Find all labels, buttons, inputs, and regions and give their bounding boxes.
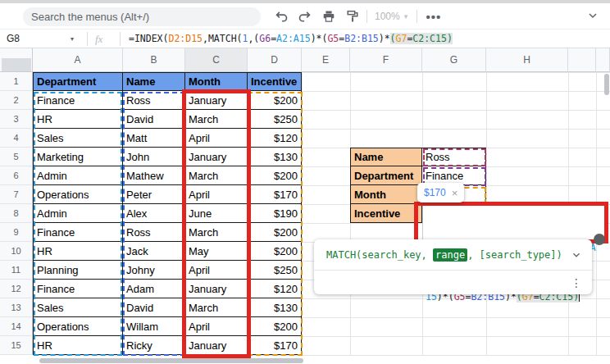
column-header-d[interactable]: D xyxy=(248,48,302,72)
cell-c3[interactable]: March xyxy=(185,110,248,129)
column-header-partial[interactable] xyxy=(596,48,610,72)
cell-a8[interactable]: Admin xyxy=(33,204,123,223)
redo-button[interactable] xyxy=(296,7,314,25)
cell-c8[interactable]: June xyxy=(185,204,248,223)
cell-d1[interactable]: Incentive xyxy=(248,72,302,91)
cell-c9[interactable]: March xyxy=(185,223,248,242)
row-header-12[interactable]: 12 xyxy=(0,280,33,298)
cell-a12[interactable]: Finance xyxy=(33,280,123,298)
cell-b6[interactable]: Mathew xyxy=(123,166,185,185)
cell-d6[interactable]: $200 xyxy=(248,166,302,185)
row-header-11[interactable]: 11 xyxy=(0,261,33,280)
cell-a11[interactable]: Planning xyxy=(33,261,123,280)
cell-a10[interactable]: HR xyxy=(33,242,123,261)
row-header-4[interactable]: 4 xyxy=(0,129,33,148)
cell-c7[interactable]: April xyxy=(185,185,248,204)
cell-d4[interactable]: $120 xyxy=(248,129,302,148)
cell-a3[interactable]: HR xyxy=(33,110,123,129)
cell-a4[interactable]: Sales xyxy=(33,129,123,148)
cell-b2[interactable]: Ross xyxy=(123,91,185,110)
cell-c14[interactable]: April xyxy=(185,317,248,336)
column-header-h[interactable]: H xyxy=(486,48,568,72)
column-header-e[interactable]: E xyxy=(302,48,350,72)
vertical-scrollbar-thumb[interactable] xyxy=(604,74,609,95)
cell-d10[interactable]: $200 xyxy=(248,242,302,261)
cell-a13[interactable]: Sales xyxy=(33,298,123,317)
cell-b8[interactable]: Alex xyxy=(123,204,185,223)
cell-a6[interactable]: Admin xyxy=(33,166,123,185)
cell-c5[interactable]: January xyxy=(185,148,248,166)
cell-d11[interactable]: $250 xyxy=(248,261,302,280)
cell-f6[interactable]: Department xyxy=(350,166,422,185)
cell-c1[interactable]: Month xyxy=(185,72,248,91)
zoom-control[interactable]: 100% ▾ xyxy=(375,7,407,25)
column-header-partial[interactable] xyxy=(568,48,596,72)
cell-b13[interactable]: David xyxy=(123,298,185,317)
cell-a1[interactable]: Department xyxy=(33,72,123,91)
row-header-10[interactable]: 10 xyxy=(0,242,33,261)
menu-search-input[interactable]: Search the menus (Alt+/) xyxy=(23,7,261,26)
cell-c4[interactable]: April xyxy=(185,129,248,148)
cell-b7[interactable]: Peter xyxy=(123,185,185,204)
horizontal-scrollbar-thumb[interactable] xyxy=(39,358,303,363)
cell-b12[interactable]: Adam xyxy=(123,280,185,298)
column-header-f[interactable]: F xyxy=(350,48,422,72)
cell-a5[interactable]: Marketing xyxy=(33,148,123,166)
row-header-2[interactable]: 2 xyxy=(0,91,33,110)
cell-c12[interactable]: January xyxy=(185,280,248,298)
cell-d3[interactable]: $250 xyxy=(248,110,302,129)
cell-d7[interactable]: $170 xyxy=(248,185,302,204)
cell-a14[interactable]: Operations xyxy=(33,317,123,336)
row-header-6[interactable]: 6 xyxy=(0,166,33,185)
row-header-7[interactable]: 7 xyxy=(0,185,33,204)
cell-c2[interactable]: January xyxy=(185,91,248,110)
column-header-a[interactable]: A xyxy=(33,48,123,72)
row-header-3[interactable]: 3 xyxy=(0,110,33,129)
cell-c13[interactable]: March xyxy=(185,298,248,317)
row-header-9[interactable]: 9 xyxy=(0,223,33,242)
more-options-button[interactable]: ••• xyxy=(423,7,444,25)
paint-format-button[interactable] xyxy=(344,7,362,25)
cell-d8[interactable]: $190 xyxy=(248,204,302,223)
cell-a15[interactable]: HR xyxy=(33,336,123,355)
cell-d5[interactable]: $130 xyxy=(248,148,302,166)
cell-c15[interactable]: January xyxy=(185,336,248,355)
cell-a7[interactable]: Operations xyxy=(33,185,123,204)
help-more-options-button[interactable]: ⋮ xyxy=(571,277,582,289)
cell-d9[interactable]: $200 xyxy=(248,223,302,242)
cell-b15[interactable]: Ricky xyxy=(123,336,185,355)
cell-c6[interactable]: March xyxy=(185,166,248,185)
cell-d13[interactable]: $130 xyxy=(248,298,302,317)
cell-b14[interactable]: Willam xyxy=(123,317,185,336)
collapse-toolbar-button[interactable] xyxy=(584,7,602,25)
cell-b3[interactable]: David xyxy=(123,110,185,129)
print-button[interactable] xyxy=(320,7,338,25)
cell-c11[interactable]: April xyxy=(185,261,248,280)
name-box[interactable]: G8 xyxy=(7,30,20,48)
cell-a9[interactable]: Finance xyxy=(33,223,123,242)
cell-b4[interactable]: Matt xyxy=(123,129,185,148)
row-header-14[interactable]: 14 xyxy=(0,317,33,336)
cell-b1[interactable]: Name xyxy=(123,72,185,91)
column-header-b[interactable]: B xyxy=(123,48,185,72)
row-header-1[interactable]: 1 xyxy=(0,72,33,91)
select-all-corner[interactable] xyxy=(0,48,33,72)
cell-editor-g8[interactable]: =INDEX(D2:D15,MATCH(1,(G6=A2:A 15)*(G5=B… xyxy=(422,204,606,241)
cell-d14[interactable]: $200 xyxy=(248,317,302,336)
cell-c10[interactable]: May xyxy=(185,242,248,261)
chip-close-icon[interactable]: × xyxy=(452,187,458,199)
row-header-8[interactable]: 8 xyxy=(0,204,33,223)
formula-input[interactable]: =INDEX(D2:D15,MATCH(1,(G6=A2:A15)*(G5=B2… xyxy=(129,30,453,48)
cell-g5[interactable]: Ross xyxy=(422,148,486,166)
cell-a2[interactable]: Finance xyxy=(33,91,123,110)
cell-d2[interactable]: $200 xyxy=(248,91,302,110)
column-header-c[interactable]: C xyxy=(185,48,248,72)
cell-d15[interactable]: $170 xyxy=(248,336,302,355)
cell-d12[interactable]: $120 xyxy=(248,280,302,298)
cell-f8[interactable]: Incentive xyxy=(350,204,422,223)
name-box-dropdown-icon[interactable]: ▾ xyxy=(71,30,74,48)
cell-b9[interactable]: Ross xyxy=(123,223,185,242)
help-collapse-button[interactable] xyxy=(571,249,582,261)
undo-button[interactable] xyxy=(272,7,290,25)
cell-b10[interactable]: Jack xyxy=(123,242,185,261)
